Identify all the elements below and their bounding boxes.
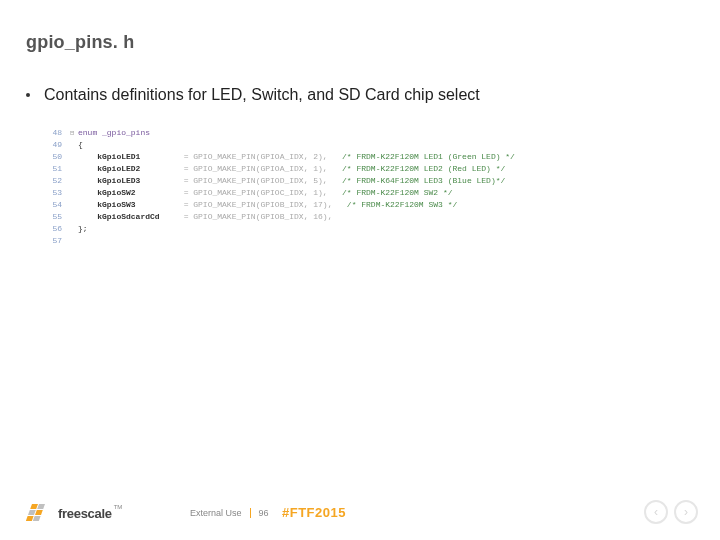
slide-nav: ‹ › [644,500,698,524]
bullet-text: Contains definitions for LED, Switch, an… [44,86,480,104]
prev-slide-button[interactable]: ‹ [644,500,668,524]
footer: freescale TM External Use 96 #FTF2015 ‹ … [0,494,720,522]
svg-rect-0 [30,504,38,509]
code-line: 49{ [42,139,515,151]
chevron-right-icon: › [684,505,688,519]
freescale-logo-icon [26,504,52,522]
svg-rect-1 [37,504,45,509]
chevron-left-icon: ‹ [654,505,658,519]
brand-name: freescale [58,506,112,521]
page-title: gpio_pins. h [26,32,134,53]
brand-logo: freescale TM [26,504,122,522]
svg-rect-4 [26,516,34,521]
code-line: 54 kGpioSW3 = GPIO_MAKE_PIN(GPIOB_IDX, 1… [42,199,515,211]
code-line: 50 kGpioLED1 = GPIO_MAKE_PIN(GPIOA_IDX, … [42,151,515,163]
code-line: 51 kGpioLED2 = GPIO_MAKE_PIN(GPIOA_IDX, … [42,163,515,175]
svg-rect-3 [35,510,43,515]
bullet-dot-icon [26,93,30,97]
code-snippet: 48⊟enum _gpio_pins49{50 kGpioLED1 = GPIO… [42,127,515,247]
divider-icon [250,508,251,518]
svg-rect-2 [28,510,36,515]
code-line: 48⊟enum _gpio_pins [42,127,515,139]
trademark: TM [114,504,123,510]
footer-meta: External Use 96 [190,508,269,518]
page-number: 96 [259,508,269,518]
code-line: 55 kGpioSdcardCd = GPIO_MAKE_PIN(GPIOB_I… [42,211,515,223]
code-line: 57 [42,235,515,247]
event-hashtag: #FTF2015 [282,505,346,520]
code-line: 53 kGpioSW2 = GPIO_MAKE_PIN(GPIOC_IDX, 1… [42,187,515,199]
next-slide-button[interactable]: › [674,500,698,524]
bullet-item: Contains definitions for LED, Switch, an… [26,86,480,104]
svg-rect-5 [33,516,41,521]
code-line: 52 kGpioLED3 = GPIO_MAKE_PIN(GPIOD_IDX, … [42,175,515,187]
code-line: 56}; [42,223,515,235]
classification-label: External Use [190,508,242,518]
